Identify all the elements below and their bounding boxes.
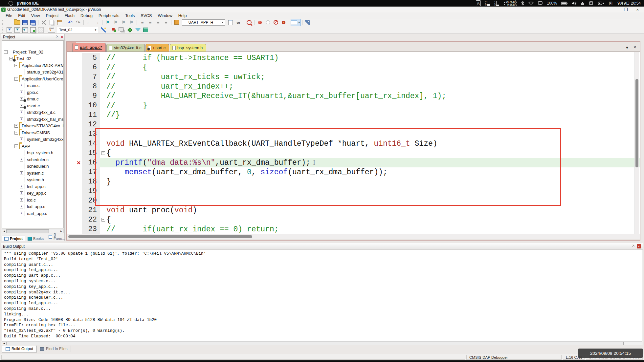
bottom-tab-find-in-files[interactable]: Find In Files <box>37 346 71 352</box>
code-line-16[interactable]: ×16 printf("dma data:%s\n",uart_rx_dma_b… <box>67 158 640 167</box>
translate-button[interactable] <box>5 27 13 33</box>
battery-icon[interactable] <box>561 1 567 6</box>
scroll-thumb[interactable] <box>6 342 624 345</box>
runtime-environment-button[interactable] <box>126 27 134 33</box>
stop-build-button[interactable] <box>37 27 45 33</box>
tree-item-system-stm32g4xx-c[interactable]: +system_stm32g4xx.c <box>2 136 63 143</box>
wifi-icon[interactable] <box>528 1 534 6</box>
tree-item-usart-c[interactable]: +usart.c <box>2 102 63 109</box>
panel-tab-func[interactable]: {} Func... <box>46 232 68 241</box>
expand-icon[interactable]: + <box>20 104 23 108</box>
options-wand-button[interactable] <box>100 27 107 33</box>
project-tree[interactable]: −Project: Test_02−Test_02−Application/MD… <box>2 40 64 228</box>
build-output-close-icon[interactable]: × <box>637 244 641 248</box>
code-line-20[interactable]: 20 <box>67 196 640 205</box>
tree-item-drivers-cmsis[interactable]: −Drivers/CMSIS <box>2 129 63 136</box>
expand-icon[interactable]: + <box>20 111 23 114</box>
collapse-icon[interactable]: − <box>14 131 18 135</box>
editor-tab-uart-app-c[interactable]: uart_app.c* <box>72 43 106 52</box>
redo-button[interactable]: ↷ <box>74 19 82 26</box>
code-line-content[interactable]: // uart_rx_ticks = uwTick; <box>100 72 640 82</box>
collapse-icon[interactable]: − <box>14 77 18 81</box>
collapse-icon[interactable]: − <box>14 64 18 67</box>
pin-icon[interactable]: ⊤ <box>54 34 59 40</box>
navigate-forward-button[interactable]: → <box>93 19 101 26</box>
code-line-content[interactable] <box>100 186 640 196</box>
code-line-content[interactable]: // HAL_UART_Receive_IT(&huart1,&uart_rx_… <box>100 91 640 101</box>
project-close-icon[interactable]: × <box>61 35 63 39</box>
scroll-thumb[interactable] <box>635 79 638 167</box>
expand-icon[interactable]: + <box>20 138 23 141</box>
paste-button[interactable] <box>56 19 63 26</box>
code-line-content[interactable]: // uart_rx_index++; <box>100 82 640 91</box>
tree-item-application-user-core[interactable]: −Application/User/Core <box>2 75 63 82</box>
project-items-button[interactable] <box>118 27 126 33</box>
editor-tab-stm32g4xx-it-c[interactable]: stm32g4xx_it.c <box>106 44 145 52</box>
tree-item-app[interactable]: −APP <box>2 143 63 150</box>
menu-item-edit[interactable]: Edit <box>15 13 28 18</box>
cpu-gauge-icon[interactable]: CPU <box>494 1 499 6</box>
code-line-7[interactable]: 7// uart_rx_ticks = uwTick; <box>67 72 640 82</box>
code-line-content[interactable]: } <box>100 177 640 186</box>
build-output-hscrollbar[interactable]: ◄ <box>2 341 642 345</box>
editor-tab-usart-c[interactable]: usart.c <box>145 44 169 52</box>
expand-icon[interactable]: + <box>20 171 23 175</box>
fold-collapse-icon[interactable]: − <box>101 151 105 155</box>
code-line-content[interactable] <box>100 120 640 129</box>
comment-button[interactable]: ≡ <box>154 19 162 26</box>
tree-item-uart-app-c[interactable]: +uart_app.c <box>2 210 63 217</box>
scroll-left-icon[interactable]: ◄ <box>2 229 6 233</box>
toggle-icon[interactable] <box>598 1 604 6</box>
panel-tab-project[interactable]: Project <box>2 236 25 241</box>
settings-wrench-button[interactable] <box>304 19 312 26</box>
app-badge-icon[interactable] <box>589 1 593 6</box>
code-line-9[interactable]: 9// HAL_UART_Receive_IT(&huart1,&uart_rx… <box>67 91 640 101</box>
code-line-11[interactable]: 11//} <box>67 110 640 120</box>
debug-windows-button[interactable]: ▼ <box>291 19 301 26</box>
pin-icon[interactable]: ⊤ <box>630 244 635 249</box>
rebuild-button[interactable] <box>21 27 29 33</box>
expand-icon[interactable]: + <box>20 198 23 202</box>
tree-item-application-mdk-arm[interactable]: −Application/MDK-ARM <box>2 62 63 69</box>
pack-installer-button[interactable] <box>142 27 150 33</box>
tree-item-system-h[interactable]: system.h <box>2 177 63 183</box>
code-line-content[interactable]: //} <box>100 110 640 120</box>
tree-item-scheduler-c[interactable]: +scheduler.c <box>2 156 63 163</box>
tree-item-scheduler-h[interactable]: scheduler.h <box>2 163 63 170</box>
symbol-combobox[interactable]: __UART_APP_H__▼ <box>182 19 225 26</box>
code-line-15[interactable]: 15−{ <box>67 148 640 158</box>
find-in-files-doc-button[interactable] <box>227 19 234 26</box>
save-all-button[interactable] <box>29 19 37 26</box>
collapse-icon[interactable]: − <box>9 57 13 60</box>
copy-button[interactable] <box>48 19 56 26</box>
tree-item-gpio-c[interactable]: +gpio.c <box>2 89 63 96</box>
expand-icon[interactable]: + <box>20 185 23 188</box>
eject-icon[interactable] <box>581 1 585 6</box>
code-line-10[interactable]: 10// } <box>67 101 640 110</box>
system-clock[interactable]: 周一 9月9日 20:54 <box>609 1 641 6</box>
code-line-19[interactable]: 19 <box>67 186 640 196</box>
batch-build-button[interactable] <box>29 27 37 33</box>
code-line-content[interactable]: memset(uart_rx_dma_buffer, 0, sizeof(uar… <box>100 167 640 177</box>
new-file-button[interactable] <box>5 19 13 26</box>
code-line-content[interactable]: −{ <box>100 215 640 224</box>
tree-item-test-02[interactable]: −Test_02 <box>2 55 63 62</box>
expand-icon[interactable]: + <box>20 91 23 94</box>
tree-item-stm32g4xx-hal-msp-c[interactable]: +stm32g4xx_hal_msp.c <box>2 116 63 123</box>
scroll-left-icon[interactable]: ◄ <box>2 342 6 345</box>
breakpoint-toggle-button[interactable] <box>256 19 264 26</box>
prev-bookmark-button[interactable]: ⚑ <box>112 19 120 26</box>
close-icon[interactable]: ✕ <box>633 45 636 50</box>
scroll-thumb[interactable] <box>68 235 252 238</box>
code-line-13[interactable]: 13 <box>67 129 640 139</box>
navigate-back-button[interactable]: ← <box>85 19 93 26</box>
collapse-icon[interactable]: − <box>4 50 8 54</box>
code-line-content[interactable]: void uart_proc(void) <box>100 205 640 215</box>
scroll-thumb[interactable] <box>6 229 49 233</box>
uncomment-button[interactable]: ≡ <box>162 19 170 26</box>
build-button[interactable] <box>13 27 21 33</box>
expand-icon[interactable]: + <box>20 97 23 101</box>
toolbar-grip[interactable] <box>2 28 4 32</box>
menu-item-help[interactable]: Help <box>175 13 190 18</box>
chevron-down-icon[interactable]: ▼ <box>93 29 97 32</box>
